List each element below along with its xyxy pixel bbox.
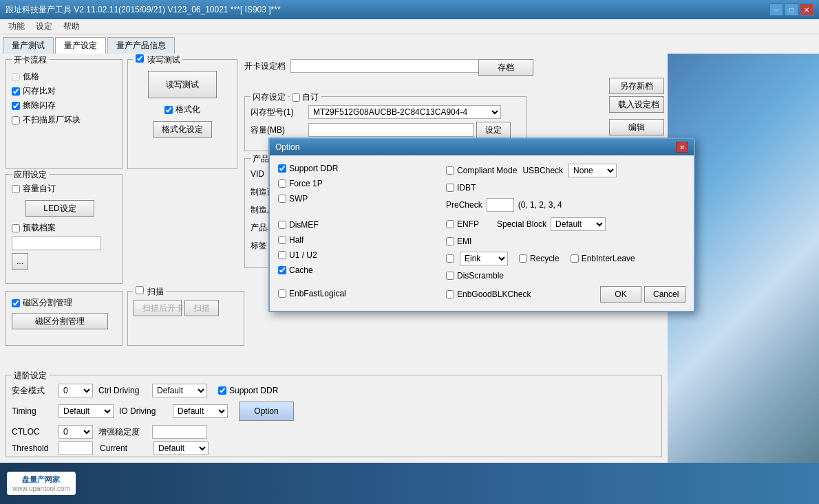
dlg-dis-scramble-label: DisScramble [457, 271, 504, 281]
dlg-support-ddr-label: Support DDR [289, 164, 338, 173]
dlg-idbt-label: IDBT [457, 183, 476, 193]
option-dialog: Option ✕ Support DDR Force 1P [268, 138, 695, 312]
dlg-eink-select[interactable]: Eink [460, 252, 508, 265]
dlg-enb-inter-leave-label: EnbInterLeave [582, 254, 635, 263]
dlg-dis-mef-label: DisMEF [289, 220, 319, 230]
dlg-precheck-label: PreCheck [446, 200, 482, 210]
dlg-cancel-btn[interactable]: Cancel [644, 286, 685, 303]
dlg-enb-inter-leave-cb[interactable] [571, 254, 579, 263]
dialog-overlay: Option ✕ Support DDR Force 1P [0, 0, 819, 504]
dlg-swp-label: SWP [289, 194, 308, 204]
dlg-dis-mef-cb[interactable] [278, 221, 286, 229]
dlg-compliant-mode-cb[interactable] [446, 166, 454, 175]
dlg-usbcheck-label: USBCheck [522, 166, 563, 175]
dlg-enfp-cb[interactable] [446, 220, 454, 228]
dlg-enfp-label: ENFP [457, 219, 479, 229]
dlg-idbt-cb[interactable] [446, 184, 454, 192]
dlg-force-1p-cb[interactable] [278, 179, 286, 188]
dlg-force-1p-label: Force 1P [289, 179, 323, 188]
dlg-enb-good-blk-label: EnbGoodBLKCheck [457, 289, 531, 299]
dlg-eink-cb[interactable] [446, 254, 454, 263]
dlg-cache-label: Cache [289, 265, 313, 275]
dlg-support-ddr-cb[interactable] [278, 164, 286, 173]
dlg-ok-btn[interactable]: OK [600, 286, 641, 303]
dlg-enb-fast-logical-cb[interactable] [278, 289, 286, 298]
dlg-special-block-select[interactable]: Default [551, 217, 606, 231]
dlg-enb-fast-logical-label: EnbFastLogical [289, 289, 346, 298]
dlg-usbcheck-select[interactable]: None [568, 164, 617, 177]
dlg-half-label: Half [289, 235, 304, 245]
dlg-recycle-cb[interactable] [519, 254, 527, 263]
dialog-content: Support DDR Force 1P SWP DisMEF [270, 155, 694, 311]
dlg-swp-cb[interactable] [278, 195, 286, 203]
dlg-emi-label: EMI [457, 237, 471, 246]
dlg-precheck-hint: (0, 1, 2, 3, 4 [518, 200, 562, 210]
dialog-close-button[interactable]: ✕ [676, 142, 688, 153]
dlg-enb-good-blk-cb[interactable] [446, 290, 454, 298]
dlg-recycle-label: Recycle [530, 254, 560, 263]
dlg-half-cb[interactable] [278, 236, 286, 244]
dlg-dis-scramble-cb[interactable] [446, 272, 454, 280]
dlg-cache-cb[interactable] [278, 266, 286, 274]
dialog-title-bar: Option ✕ [270, 139, 694, 155]
dlg-emi-cb[interactable] [446, 237, 454, 245]
dlg-compliant-mode-label: Compliant Mode [457, 166, 517, 175]
dlg-u1-u2-cb[interactable] [278, 251, 286, 259]
dlg-special-block-label: Special Block [497, 219, 546, 229]
dlg-precheck-input[interactable]: 0 [487, 198, 514, 212]
dlg-u1-u2-label: U1 / U2 [289, 250, 317, 260]
dialog-title: Option [275, 142, 299, 152]
